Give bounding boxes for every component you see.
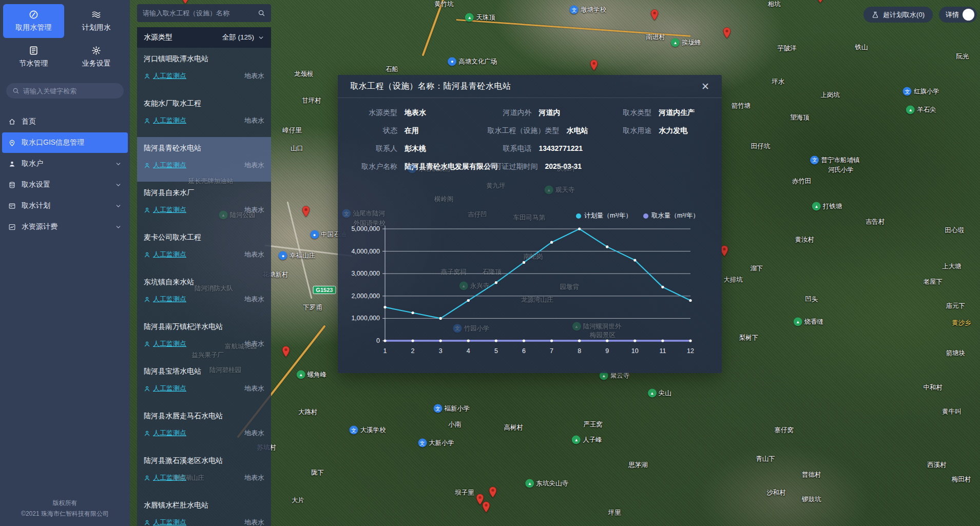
monitor-tag[interactable]: 人工监测点 (144, 71, 186, 81)
map-pin-icon[interactable] (816, 0, 824, 5)
waves-icon (91, 10, 101, 20)
monitor-tag[interactable]: 人工监测点 (144, 295, 186, 304)
over-plan-water-button[interactable]: 超计划取水(0) (863, 7, 933, 23)
monitor-tag[interactable]: 人工监测点 (144, 428, 186, 438)
sidebar-item-0[interactable]: 首页 (2, 111, 128, 132)
map-label-text: 黄汝村 (795, 236, 815, 244)
nature-poi-icon: ▲ (572, 322, 581, 330)
details-toggle[interactable]: 详情 (939, 7, 977, 23)
nature-poi-icon: ▲ (465, 13, 474, 22)
map-pin-icon[interactable] (482, 501, 490, 515)
svg-text:8: 8 (578, 347, 581, 355)
map-label: 燕子窝祠 (441, 267, 467, 276)
map-label-text: 陇下 (311, 469, 324, 477)
list-item[interactable]: 水唇镇水栏肚水电站人工监测点地表水 (137, 494, 271, 526)
list-item[interactable]: 陆河县青砼水电站人工监测点地表水 (137, 137, 271, 182)
facility-meta: 人工监测点地表水 (144, 161, 264, 170)
map-label-text: 凹头 (805, 295, 818, 304)
map-label-text: 锣鼓坑 (802, 495, 821, 503)
map-label: 海螺湖山庄 (172, 473, 204, 482)
field-value: 在用 (405, 126, 419, 134)
map-pin-icon[interactable] (650, 9, 659, 23)
list-item[interactable]: 友能水厂取水工程人工监测点地表水 (137, 92, 271, 137)
map-label: 寨仔窝 (774, 426, 794, 435)
facility-detail-modal: 取水工程（设施）名称：陆河县青砼水电站 ✕ 水源类型地表水河道内外河道内取水类型… (338, 75, 722, 373)
menu-label: 取水户 (22, 159, 43, 168)
map-label-text: 外国语学校 (353, 219, 386, 227)
map-label-text: 螺角峰 (308, 370, 327, 379)
search-icon[interactable] (258, 9, 265, 17)
map-label: 锣鼓坑 (802, 495, 821, 503)
sidebar-item-2[interactable]: 取水户 (2, 153, 128, 174)
facility-search[interactable] (137, 4, 271, 22)
map-label-text: 梨树下 (739, 334, 759, 342)
sidebar-item-3[interactable]: 取水设置 (2, 174, 128, 195)
map-label-text: 吉仔凹 (468, 210, 487, 219)
app-tab-business-settings[interactable]: 业务设置 (66, 40, 127, 74)
svg-text:3,000,000: 3,000,000 (351, 270, 380, 277)
map-label: 石隆顶 (483, 267, 502, 276)
list-item[interactable]: 陆河县水唇走马石水电站人工监测点地表水 (137, 405, 271, 450)
map-label: 黄九坪 (486, 181, 506, 190)
field-value: 水电站 (566, 126, 588, 134)
app-tab-planned-water[interactable]: 计划用水 (66, 4, 127, 38)
map-label-text: 山口 (291, 144, 303, 153)
list-item[interactable]: 陆河县自来水厂人工监测点地表水 (137, 182, 271, 226)
legend-item[interactable]: 计划量（m³/年） (576, 211, 632, 220)
map-label: 文汕尾市陆河 (342, 209, 385, 218)
monitor-tag[interactable]: 人工监测点 (144, 161, 186, 170)
monitor-tag[interactable]: 人工监测点 (144, 384, 186, 393)
monitor-tag[interactable]: 人工监测点 (144, 116, 186, 125)
app-tab-water-use-management[interactable]: 取用水管理 (3, 4, 64, 38)
map-pin-icon[interactable] (590, 60, 598, 73)
keyword-search-input[interactable] (23, 87, 118, 95)
keyword-search[interactable] (6, 83, 124, 99)
map-label: 高树村 (504, 423, 524, 432)
map-label: 南进村 (646, 32, 665, 41)
monitor-tag[interactable]: 人工监测点 (144, 250, 186, 259)
map-label-text: 上岗坑 (820, 90, 840, 99)
svg-text:12: 12 (687, 347, 694, 355)
list-item[interactable]: 麦卡公司取水工程人工监测点地表水 (137, 226, 271, 271)
facility-name: 河口镇唱歌潭水电站 (144, 54, 264, 64)
map-label: 大排坑 (723, 276, 743, 284)
sidebar-item-4[interactable]: 取水计划 (2, 196, 128, 216)
field-value: 河道内生产 (659, 108, 695, 116)
toggle-knob[interactable] (963, 9, 974, 21)
facility-search-input[interactable] (143, 9, 258, 17)
svg-text:10: 10 (631, 347, 639, 355)
svg-text:3: 3 (439, 347, 443, 355)
monitor-tag[interactable]: 人工监测点 (144, 518, 186, 526)
map-pin-icon[interactable] (302, 206, 310, 219)
map-label-text: 大溪学校 (360, 426, 386, 435)
field-value: 水力发电 (659, 126, 687, 134)
app-tab-label: 计划用水 (82, 23, 111, 32)
map-pin-icon[interactable] (489, 486, 497, 500)
facility-meta: 人工监测点地表水 (144, 71, 264, 81)
filter-dropdown[interactable]: 全部 (125) (222, 33, 264, 42)
water-source-type: 地表水 (244, 428, 264, 438)
monitor-tag[interactable]: 人工监测点 (144, 339, 186, 348)
sidebar-item-1[interactable]: 取水口GIS信息管理 (2, 132, 128, 153)
sidebar-item-5[interactable]: 水资源计费 (2, 217, 128, 237)
monitor-tag[interactable]: 人工监测点 (144, 205, 186, 215)
map-label-text: 东坑尖山寺 (536, 479, 568, 488)
nature-poi-icon: ▲ (671, 38, 680, 47)
modal-fields: 水源类型地表水河道内外河道内取水类型河道内生产状态在用取水工程（设施）类型水电站… (338, 98, 722, 171)
list-item[interactable]: 东坑镇自来水站人工监测点地表水 (137, 271, 271, 316)
list-item[interactable]: 陆河县宝塔水电站人工监测点地表水 (137, 360, 271, 405)
map-label: 陆河碧桂园 (209, 365, 242, 374)
close-icon[interactable]: ✕ (701, 82, 709, 91)
legend-item[interactable]: 取水量（m³/年） (643, 211, 699, 220)
list-item[interactable]: 河口镇唱歌潭水电站人工监测点地表水 (137, 48, 271, 92)
list-item[interactable]: 陆河县激石溪老区水电站人工监测点地表水 (137, 450, 271, 494)
poi-icon: ● (279, 251, 287, 260)
map-pin-icon[interactable] (282, 346, 290, 359)
field-label: 取水类型 (607, 108, 651, 118)
map-label-text: 寨仔窝 (774, 426, 794, 435)
sidebar-menu: 首页取水口GIS信息管理取水户取水设置取水计划水资源计费 (0, 111, 130, 238)
app-tab-water-saving[interactable]: 节水管理 (3, 40, 64, 74)
map-pin-icon[interactable] (723, 27, 731, 41)
menu-icon (8, 223, 16, 231)
map-label-text: 红旗小学 (914, 87, 939, 96)
